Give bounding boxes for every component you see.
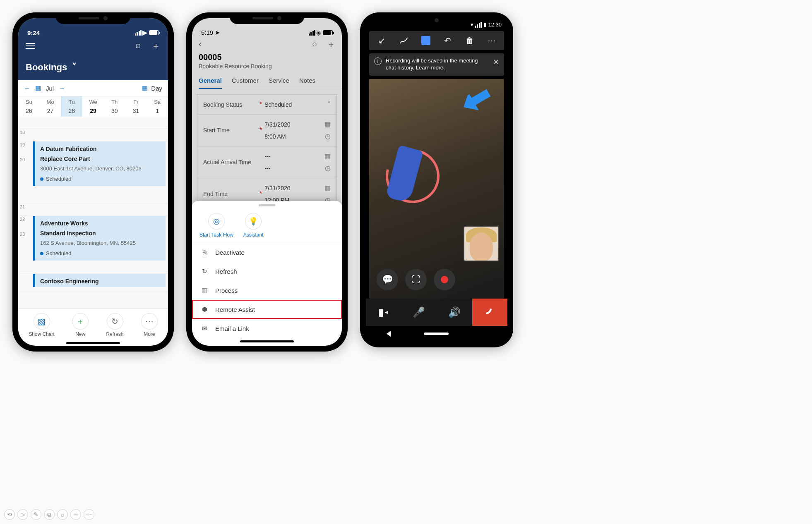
app-header: ⌕ ＋ Bookings ˅ (18, 36, 168, 80)
calendar-icon[interactable]: ▦ (35, 84, 41, 92)
remote-assist-icon: ⬢ (200, 306, 209, 313)
more-button[interactable]: ⋯More (141, 313, 158, 337)
day-col-selected[interactable]: Tu28 (61, 96, 82, 117)
month-label: Jul (46, 85, 54, 92)
nav-home[interactable] (424, 333, 449, 335)
self-view[interactable] (464, 226, 499, 261)
mic-toggle-button[interactable]: 🎤 (401, 299, 437, 326)
float-controls: 💬 ⛶ (369, 269, 463, 290)
target-icon: ◎ (208, 213, 225, 230)
recording-banner: i Recording will be saved in the meeting… (369, 53, 504, 76)
phone-bookings-list: 9:24 ▶ ⌕ ＋ Bookings ˅ ← ▦ Jul → ▦ Day (12, 12, 174, 352)
show-chart-button[interactable]: ▧Show Chart (29, 313, 55, 337)
video-toggle-button[interactable]: ▮◄ (366, 299, 401, 326)
info-icon: i (374, 57, 382, 65)
action-sheet: ◎Start Task Flow 💡Assistant ⎘Deactivate … (192, 201, 342, 346)
battery-icon: ▮ (483, 22, 486, 28)
email-icon: ✉ (200, 325, 209, 332)
event-status: Scheduled (40, 250, 161, 256)
color-picker[interactable] (420, 35, 431, 46)
process-icon: ▥ (200, 287, 209, 294)
phone-remote-assist-call: ▾ ▮ 12:30 ↙ ↶ 🗑 ⋯ i Recording will be sa… (360, 12, 513, 347)
event-title: Contoso Engineering (40, 278, 161, 285)
booking-event[interactable]: Contoso Engineering (33, 274, 166, 287)
add-icon[interactable]: ＋ (151, 40, 161, 52)
day-col[interactable]: Th30 (104, 96, 125, 117)
annotation-arrow (459, 86, 495, 118)
learn-more-link[interactable]: Learn more. (416, 65, 445, 71)
phone-booking-detail: 5:19 ➤ ◈ ‹ ⌕ ＋ 00005 Bookable Resource B… (186, 12, 348, 352)
menu-deactivate[interactable]: ⎘Deactivate (192, 243, 342, 262)
event-address: 162 S Avenue, Bloomington, MN, 55425 (40, 240, 161, 246)
start-task-flow-button[interactable]: ◎Start Task Flow (199, 213, 233, 238)
day-col[interactable]: Su26 (18, 96, 40, 117)
booking-event[interactable]: A Datum Fabrication Replace Core Part 30… (33, 141, 166, 186)
refresh-button[interactable]: ↻Refresh (106, 313, 123, 337)
annotation-toolbar: ↙ ↶ 🗑 ⋯ (369, 31, 504, 50)
menu-remote-assist[interactable]: ⬢Remote Assist (192, 300, 342, 319)
day-col[interactable]: Sa1 (147, 96, 168, 117)
event-address: 3000 East 1st Avenue, Denver, CO, 80206 (40, 165, 161, 172)
home-indicator (66, 342, 120, 344)
status-time: 9:24 (27, 29, 40, 36)
next-arrow-icon[interactable]: → (59, 85, 65, 92)
event-title: Adventure Works (40, 220, 161, 227)
record-button[interactable] (434, 269, 455, 290)
status-time: 12:30 (488, 22, 502, 28)
event-subtitle: Standard Inspection (40, 230, 161, 237)
event-status: Scheduled (40, 176, 161, 182)
close-icon[interactable]: ✕ (493, 57, 499, 67)
menu-email-link[interactable]: ✉Email a Link (192, 319, 342, 338)
ink-icon[interactable] (399, 35, 409, 46)
chat-button[interactable]: 💬 (377, 269, 398, 290)
lightbulb-icon: 💡 (245, 213, 262, 230)
minimize-icon[interactable]: ↙ (377, 35, 387, 46)
call-controls: ▮◄ 🎤 🔊 (366, 299, 507, 326)
assistant-button[interactable]: 💡Assistant (243, 213, 264, 238)
bottom-toolbar: ▧Show Chart ＋New ↻Refresh ⋯More (18, 309, 168, 340)
refresh-icon: ↻ (200, 268, 209, 275)
deactivate-icon: ⎘ (200, 249, 209, 256)
remote-video-feed[interactable]: 💬 ⛶ (369, 79, 504, 299)
booking-event[interactable]: Adventure Works Standard Inspection 162 … (33, 216, 166, 261)
new-button[interactable]: ＋New (72, 313, 89, 337)
search-icon[interactable]: ⌕ (135, 40, 141, 52)
wifi-icon: ▾ (471, 22, 473, 28)
view-label[interactable]: Day (151, 85, 162, 92)
equipment-object (392, 147, 433, 234)
home-indicator (240, 340, 294, 342)
page-title[interactable]: Bookings ˅ (26, 62, 161, 73)
timeline[interactable]: 18 1920 A Datum Fabrication Replace Core… (18, 117, 168, 309)
more-icon[interactable]: ⋯ (486, 35, 497, 46)
prev-arrow-icon[interactable]: ← (24, 85, 30, 92)
menu-process[interactable]: ▥Process (192, 281, 342, 300)
menu-icon[interactable] (26, 43, 35, 49)
speaker-button[interactable]: 🔊 (437, 299, 472, 326)
capture-button[interactable]: ⛶ (405, 269, 427, 290)
drag-handle[interactable] (259, 204, 275, 206)
day-header-row: Su26 Mo27 Tu28 We29 Th30 Fr31 Sa1 (18, 96, 168, 117)
event-subtitle: Replace Core Part (40, 156, 161, 162)
menu-refresh[interactable]: ↻Refresh (192, 262, 342, 281)
day-col[interactable]: Fr31 (125, 96, 147, 117)
calendar-nav: ← ▦ Jul → ▦ Day (18, 80, 168, 96)
day-col-today[interactable]: We29 (82, 96, 104, 117)
hangup-button[interactable] (472, 299, 508, 326)
nav-back[interactable] (387, 331, 391, 337)
calendar-icon: ▦ (142, 84, 148, 92)
android-nav (366, 326, 507, 342)
undo-icon[interactable]: ↶ (442, 35, 453, 46)
day-col[interactable]: Mo27 (40, 96, 61, 117)
event-title: A Datum Fabrication (40, 146, 161, 152)
delete-icon[interactable]: 🗑 (464, 35, 475, 46)
